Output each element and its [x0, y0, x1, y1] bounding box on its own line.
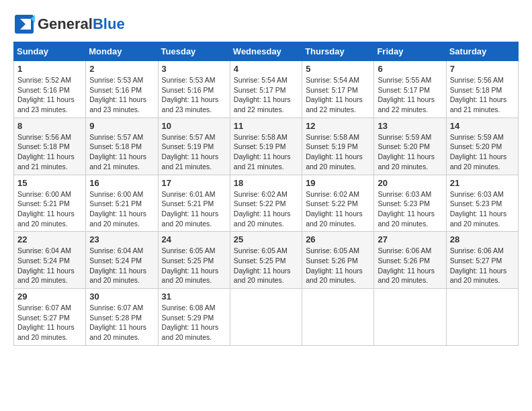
day-info: Sunrise: 5:58 AMSunset: 5:19 PMDaylight:… — [234, 132, 298, 172]
day-number: 20 — [378, 178, 442, 188]
day-number: 31 — [162, 291, 226, 302]
calendar-day-cell: 28 Sunrise: 6:06 AMSunset: 5:27 PMDaylig… — [446, 232, 518, 289]
day-info: Sunrise: 5:52 AMSunset: 5:16 PMDaylight:… — [17, 75, 82, 115]
calendar-day-cell: 16 Sunrise: 6:00 AMSunset: 5:21 PMDaylig… — [86, 175, 158, 232]
calendar-day-cell: 10 Sunrise: 5:57 AMSunset: 5:19 PMDaylig… — [158, 118, 230, 175]
day-number: 12 — [306, 121, 370, 131]
day-number: 14 — [450, 121, 515, 131]
day-number: 23 — [89, 234, 154, 244]
logo-icon — [13, 13, 35, 35]
day-info: Sunrise: 6:02 AMSunset: 5:22 PMDaylight:… — [306, 189, 370, 229]
day-number: 3 — [162, 64, 226, 74]
day-number: 22 — [17, 234, 82, 244]
calendar-day-cell: 17 Sunrise: 6:01 AMSunset: 5:21 PMDaylig… — [158, 175, 230, 232]
calendar-day-cell: 11 Sunrise: 5:58 AMSunset: 5:19 PMDaylig… — [230, 118, 302, 175]
day-number: 8 — [17, 121, 82, 131]
day-number: 2 — [89, 64, 154, 74]
day-of-week-header: Thursday — [302, 42, 374, 61]
calendar-day-cell: 25 Sunrise: 6:05 AMSunset: 5:25 PMDaylig… — [230, 232, 302, 289]
day-number: 9 — [89, 121, 154, 131]
calendar-day-cell: 5 Sunrise: 5:54 AMSunset: 5:17 PMDayligh… — [302, 61, 374, 118]
calendar-day-cell: 12 Sunrise: 5:58 AMSunset: 5:19 PMDaylig… — [302, 118, 374, 175]
day-number: 16 — [89, 178, 154, 188]
day-number: 13 — [378, 121, 442, 131]
day-info: Sunrise: 6:00 AMSunset: 5:21 PMDaylight:… — [17, 189, 82, 229]
calendar-day-cell: 21 Sunrise: 6:03 AMSunset: 5:23 PMDaylig… — [446, 175, 518, 232]
day-info: Sunrise: 5:54 AMSunset: 5:17 PMDaylight:… — [306, 75, 370, 115]
day-info: Sunrise: 5:56 AMSunset: 5:18 PMDaylight:… — [450, 75, 515, 115]
calendar-day-cell: 30 Sunrise: 6:07 AMSunset: 5:28 PMDaylig… — [86, 289, 158, 346]
calendar-week-row: 29 Sunrise: 6:07 AMSunset: 5:27 PMDaylig… — [14, 289, 519, 346]
calendar-day-cell: 23 Sunrise: 6:04 AMSunset: 5:24 PMDaylig… — [86, 232, 158, 289]
calendar-day-cell: 8 Sunrise: 5:56 AMSunset: 5:18 PMDayligh… — [14, 118, 86, 175]
day-number: 17 — [162, 178, 226, 188]
empty-cell — [446, 289, 518, 346]
calendar-day-cell: 6 Sunrise: 5:55 AMSunset: 5:17 PMDayligh… — [374, 61, 446, 118]
day-number: 11 — [234, 121, 298, 131]
calendar-week-row: 1 Sunrise: 5:52 AMSunset: 5:16 PMDayligh… — [14, 61, 519, 118]
day-of-week-header: Sunday — [14, 42, 86, 61]
calendar-day-cell: 7 Sunrise: 5:56 AMSunset: 5:18 PMDayligh… — [446, 61, 518, 118]
calendar-day-cell: 9 Sunrise: 5:57 AMSunset: 5:18 PMDayligh… — [86, 118, 158, 175]
day-info: Sunrise: 5:56 AMSunset: 5:18 PMDaylight:… — [17, 132, 82, 172]
day-info: Sunrise: 5:59 AMSunset: 5:20 PMDaylight:… — [450, 132, 515, 172]
logo-text: GeneralBlue — [38, 16, 125, 32]
day-number: 26 — [306, 234, 370, 244]
day-number: 27 — [378, 234, 442, 244]
day-info: Sunrise: 5:57 AMSunset: 5:19 PMDaylight:… — [162, 132, 226, 172]
empty-cell — [374, 289, 446, 346]
day-of-week-header: Monday — [86, 42, 158, 61]
calendar-day-cell: 14 Sunrise: 5:59 AMSunset: 5:20 PMDaylig… — [446, 118, 518, 175]
day-number: 18 — [234, 178, 298, 188]
logo: GeneralBlue — [13, 13, 125, 35]
calendar-day-cell: 15 Sunrise: 6:00 AMSunset: 5:21 PMDaylig… — [14, 175, 86, 232]
day-info: Sunrise: 6:06 AMSunset: 5:26 PMDaylight:… — [378, 246, 442, 285]
day-info: Sunrise: 6:04 AMSunset: 5:24 PMDaylight:… — [89, 246, 154, 285]
day-info: Sunrise: 6:08 AMSunset: 5:29 PMDaylight:… — [162, 303, 226, 342]
calendar-day-cell: 1 Sunrise: 5:52 AMSunset: 5:16 PMDayligh… — [14, 61, 86, 118]
calendar-day-cell: 29 Sunrise: 6:07 AMSunset: 5:27 PMDaylig… — [14, 289, 86, 346]
day-number: 19 — [306, 178, 370, 188]
calendar-day-cell: 24 Sunrise: 6:05 AMSunset: 5:25 PMDaylig… — [158, 232, 230, 289]
day-number: 10 — [162, 121, 226, 131]
day-info: Sunrise: 5:53 AMSunset: 5:16 PMDaylight:… — [162, 75, 226, 115]
calendar-table: SundayMondayTuesdayWednesdayThursdayFrid… — [13, 42, 519, 346]
day-info: Sunrise: 6:04 AMSunset: 5:24 PMDaylight:… — [17, 246, 82, 285]
day-number: 7 — [450, 64, 515, 74]
day-info: Sunrise: 6:05 AMSunset: 5:25 PMDaylight:… — [162, 246, 226, 285]
day-info: Sunrise: 6:05 AMSunset: 5:26 PMDaylight:… — [306, 246, 370, 285]
empty-cell — [302, 289, 374, 346]
day-info: Sunrise: 6:01 AMSunset: 5:21 PMDaylight:… — [162, 189, 226, 229]
calendar-week-row: 15 Sunrise: 6:00 AMSunset: 5:21 PMDaylig… — [14, 175, 519, 232]
calendar-day-cell: 18 Sunrise: 6:02 AMSunset: 5:22 PMDaylig… — [230, 175, 302, 232]
day-of-week-header: Saturday — [446, 42, 518, 61]
day-info: Sunrise: 6:05 AMSunset: 5:25 PMDaylight:… — [234, 246, 298, 285]
day-info: Sunrise: 5:53 AMSunset: 5:16 PMDaylight:… — [89, 75, 154, 115]
day-info: Sunrise: 5:59 AMSunset: 5:20 PMDaylight:… — [378, 132, 442, 172]
calendar-day-cell: 2 Sunrise: 5:53 AMSunset: 5:16 PMDayligh… — [86, 61, 158, 118]
calendar-header: SundayMondayTuesdayWednesdayThursdayFrid… — [14, 42, 519, 61]
day-info: Sunrise: 6:03 AMSunset: 5:23 PMDaylight:… — [450, 189, 515, 229]
day-info: Sunrise: 6:02 AMSunset: 5:22 PMDaylight:… — [234, 189, 298, 229]
day-info: Sunrise: 5:55 AMSunset: 5:17 PMDaylight:… — [378, 75, 442, 115]
day-number: 6 — [378, 64, 442, 74]
day-info: Sunrise: 5:57 AMSunset: 5:18 PMDaylight:… — [89, 132, 154, 172]
day-of-week-header: Tuesday — [158, 42, 230, 61]
empty-cell — [230, 289, 302, 346]
day-info: Sunrise: 5:54 AMSunset: 5:17 PMDaylight:… — [234, 75, 298, 115]
day-number: 21 — [450, 178, 515, 188]
day-number: 4 — [234, 64, 298, 74]
calendar-day-cell: 27 Sunrise: 6:06 AMSunset: 5:26 PMDaylig… — [374, 232, 446, 289]
calendar-day-cell: 26 Sunrise: 6:05 AMSunset: 5:26 PMDaylig… — [302, 232, 374, 289]
calendar-day-cell: 20 Sunrise: 6:03 AMSunset: 5:23 PMDaylig… — [374, 175, 446, 232]
day-number: 15 — [17, 178, 82, 188]
day-info: Sunrise: 6:07 AMSunset: 5:27 PMDaylight:… — [17, 303, 82, 342]
calendar-week-row: 22 Sunrise: 6:04 AMSunset: 5:24 PMDaylig… — [14, 232, 519, 289]
page-header: GeneralBlue — [13, 13, 519, 35]
day-info: Sunrise: 6:06 AMSunset: 5:27 PMDaylight:… — [450, 246, 515, 285]
calendar-day-cell: 4 Sunrise: 5:54 AMSunset: 5:17 PMDayligh… — [230, 61, 302, 118]
day-number: 1 — [17, 64, 82, 74]
calendar-day-cell: 31 Sunrise: 6:08 AMSunset: 5:29 PMDaylig… — [158, 289, 230, 346]
day-of-week-header: Friday — [374, 42, 446, 61]
day-of-week-header: Wednesday — [230, 42, 302, 61]
